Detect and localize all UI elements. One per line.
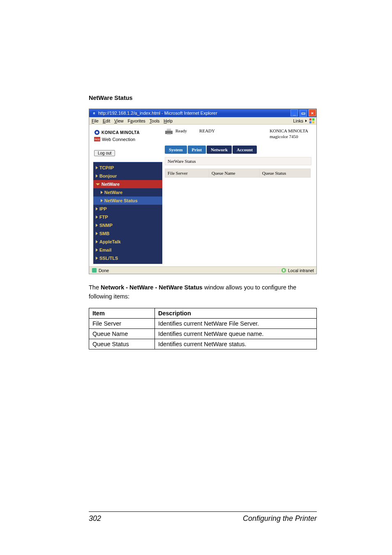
intro-pre: The [89, 284, 101, 291]
triangle-right-icon [96, 248, 98, 252]
triangle-right-icon [96, 174, 98, 178]
nav-ipp[interactable]: IPP [93, 205, 162, 213]
triangle-right-icon [101, 199, 103, 202]
tab-system[interactable]: System [165, 146, 187, 154]
nav-ssl-tls[interactable]: SSL/TLS [93, 254, 162, 262]
browser-menu-bar: File Edit View Favorites Tools Help Link… [89, 117, 316, 125]
svg-rect-13 [92, 268, 97, 273]
menu-favorites[interactable]: Favorites [128, 118, 145, 123]
nav-smb[interactable]: SMB [93, 229, 162, 238]
main-header: Ready READY KONICA MINOLTA magicolor 745… [164, 128, 312, 144]
cell-item: Queue Name [89, 328, 155, 339]
cell-desc: Identifies current NetWare status. [155, 339, 317, 349]
browser-window: e http://192.168.1.2/a_index.html - Micr… [89, 109, 317, 274]
triangle-right-icon [101, 191, 103, 194]
web-connection-text: Web Connection [102, 137, 135, 142]
cell-desc: Identifies current NetWare File Server. [155, 318, 317, 328]
device-maker: KONICA MINOLTA [270, 128, 308, 134]
window-title-bar: e http://192.168.1.2/a_index.html - Micr… [89, 109, 316, 117]
svg-rect-10 [165, 131, 173, 134]
status-done-text: Done [99, 268, 109, 273]
nav-appletalk[interactable]: AppleTalk [93, 238, 162, 246]
triangle-right-icon [96, 257, 98, 260]
security-zone: Local intranet [281, 268, 314, 273]
ready-label: Ready [175, 128, 187, 133]
intro-bold: Network - NetWare - NetWare Status [101, 284, 203, 291]
tab-network[interactable]: Network [207, 146, 232, 154]
col-file-server: File Server [165, 169, 209, 177]
tab-strip: System Print Network Account [165, 146, 312, 154]
window-title-text: http://192.168.1.2/a_index.html - Micros… [98, 111, 291, 116]
links-label: Links [293, 118, 303, 123]
triangle-right-icon [96, 240, 98, 243]
brand-row: KONICA MINOLTA [94, 130, 161, 135]
triangle-right-icon [96, 207, 98, 210]
km-logo-icon [94, 130, 100, 135]
nav-netware-parent[interactable]: NetWare [93, 180, 162, 188]
page-content: KONICA MINOLTA PAGE Web Connection Log o… [89, 125, 316, 266]
ready-row: Ready READY [165, 128, 215, 140]
printer-icon [165, 128, 173, 135]
cell-item: File Server [89, 318, 155, 328]
th-desc: Description [155, 308, 317, 318]
menu-view[interactable]: View [114, 118, 124, 123]
zone-text: Local intranet [288, 268, 314, 273]
page-number: 302 [89, 514, 101, 523]
triangle-right-icon [96, 224, 98, 227]
web-connection-row: PAGE Web Connection [94, 137, 161, 142]
device-model: magicolor 7450 [270, 134, 308, 139]
tab-account[interactable]: Account [233, 146, 257, 154]
svg-rect-4 [309, 121, 311, 123]
footer-divider [89, 511, 317, 512]
main-area: Ready READY KONICA MINOLTA magicolor 745… [162, 128, 312, 264]
minimize-button[interactable]: _ [291, 109, 298, 116]
done-icon [92, 268, 97, 273]
cell-desc: Identifies current NetWare queue name. [155, 328, 317, 339]
maximize-button[interactable]: ▭ [300, 110, 307, 117]
tab-print[interactable]: Print [188, 146, 206, 154]
svg-rect-3 [312, 118, 314, 120]
nav-tcpip[interactable]: TCP/IP [93, 164, 162, 172]
page-footer: 302 Configuring the Printer [89, 511, 317, 523]
section-heading: NetWare Status [89, 95, 317, 101]
svg-text:PAGE: PAGE [95, 139, 100, 141]
svg-rect-11 [167, 129, 171, 131]
nav-snmp[interactable]: SNMP [93, 221, 162, 229]
nav-bonjour[interactable]: Bonjour [93, 172, 162, 180]
triangle-right-icon [96, 166, 98, 169]
ready-state: READY [199, 128, 215, 133]
nav-netware-status[interactable]: NetWare Status [93, 197, 162, 205]
table-row: Queue Name Identifies current NetWare qu… [89, 328, 317, 339]
col-queue-name: Queue Name [209, 169, 260, 177]
browser-status-bar: Done Local intranet [89, 266, 316, 274]
side-nav: TCP/IP Bonjour NetWare NetWare NetWare S… [93, 162, 162, 264]
ie-icon: e [92, 111, 97, 116]
svg-rect-15 [283, 269, 285, 272]
device-info: KONICA MINOLTA magicolor 7450 [270, 128, 310, 140]
th-item: Item [89, 308, 155, 318]
menu-file[interactable]: File [92, 118, 99, 123]
item-description-table: Item Description File Server Identifies … [89, 308, 317, 349]
nav-ftp[interactable]: FTP [93, 213, 162, 221]
triangle-right-icon [96, 232, 98, 235]
links-toolbar[interactable]: Links [291, 118, 316, 124]
chapter-name: Configuring the Printer [243, 514, 317, 523]
close-button[interactable]: × [309, 109, 316, 116]
svg-rect-12 [167, 134, 171, 135]
window-controls: _ ▭ × [291, 109, 316, 117]
table-row: Queue Status Identifies current NetWare … [89, 339, 317, 349]
triangle-down-icon [96, 183, 100, 185]
nav-netware-child[interactable]: NetWare [93, 188, 162, 197]
sidebar: KONICA MINOLTA PAGE Web Connection Log o… [93, 128, 162, 264]
intro-paragraph: The Network - NetWare - NetWare Status w… [89, 283, 317, 301]
chevron-right-icon [305, 120, 307, 122]
menu-edit[interactable]: Edit [103, 118, 110, 123]
status-table: File Server Queue Name Queue Status [165, 169, 311, 264]
menu-tools[interactable]: Tools [150, 118, 160, 123]
svg-text:e: e [93, 111, 95, 115]
svg-point-7 [96, 131, 98, 133]
menu-help[interactable]: Help [164, 118, 173, 123]
log-out-button[interactable]: Log out [94, 150, 115, 156]
brand-name: KONICA MINOLTA [101, 130, 140, 135]
nav-email[interactable]: Email [93, 246, 162, 254]
